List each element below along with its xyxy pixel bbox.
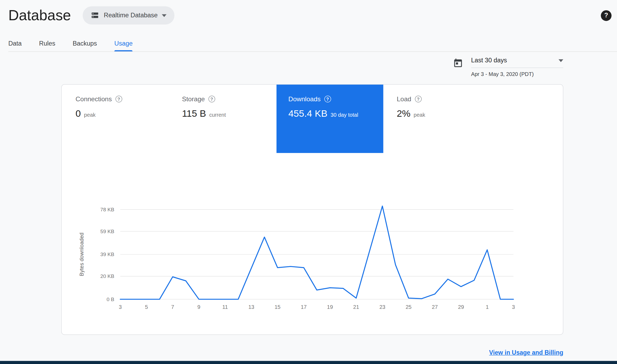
svg-text:27: 27: [432, 304, 438, 310]
tab-usage[interactable]: Usage: [114, 35, 133, 51]
metric-label: Downloads: [288, 95, 320, 103]
svg-text:15: 15: [275, 304, 281, 310]
metric-storage[interactable]: Storage ? 115 B current: [182, 84, 277, 153]
bottom-bar: [0, 361, 617, 364]
svg-text:25: 25: [406, 304, 411, 310]
database-selector[interactable]: Realtime Database: [83, 6, 175, 25]
help-icon[interactable]: ?: [601, 10, 611, 21]
svg-text:0 B: 0 B: [107, 297, 114, 302]
date-range-detail: Apr 3 - May 3, 2020 (PDT): [471, 71, 563, 77]
usage-card: Connections ? 0 peak Storage ? 115 B cur…: [61, 84, 563, 335]
metric-downloads-selected[interactable]: Downloads ? 455.4 KB 30 day total: [277, 84, 383, 153]
metric-tabs: Connections ? 0 peak Storage ? 115 B cur…: [62, 84, 563, 153]
view-usage-billing-link[interactable]: View in Usage and Billing: [489, 349, 563, 356]
metric-connections[interactable]: Connections ? 0 peak: [75, 84, 182, 153]
tab-backups[interactable]: Backups: [73, 35, 97, 51]
metric-caption: peak: [414, 112, 425, 118]
downloads-line-chart: 0 B20 KB39 KB59 KB78 KB35791113151719212…: [62, 195, 563, 315]
svg-text:23: 23: [379, 304, 385, 310]
svg-text:Bytes downloaded: Bytes downloaded: [79, 233, 85, 276]
svg-text:59 KB: 59 KB: [100, 229, 114, 234]
help-icon[interactable]: ?: [324, 96, 331, 102]
metric-label: Load: [397, 95, 411, 103]
help-icon[interactable]: ?: [415, 96, 422, 102]
metric-value: 0: [75, 108, 81, 119]
tab-bar: Data Rules Backups Usage: [8, 36, 617, 52]
svg-text:19: 19: [327, 304, 333, 310]
svg-text:39 KB: 39 KB: [100, 252, 114, 257]
chevron-down-icon: [559, 59, 563, 62]
metric-caption: current: [209, 112, 226, 118]
chart-svg: 0 B20 KB39 KB59 KB78 KB35791113151719212…: [62, 195, 563, 315]
svg-text:17: 17: [301, 304, 307, 310]
date-range-select[interactable]: Last 30 days: [471, 57, 563, 68]
date-range-values: Last 30 days Apr 3 - May 3, 2020 (PDT): [471, 57, 563, 77]
metric-caption: peak: [84, 112, 95, 118]
svg-text:29: 29: [458, 304, 464, 310]
footer-row: View in Usage and Billing: [0, 349, 563, 356]
help-icon[interactable]: ?: [209, 96, 215, 102]
svg-text:5: 5: [145, 304, 148, 310]
metric-value: 115 B: [182, 108, 206, 119]
svg-text:21: 21: [353, 304, 359, 310]
svg-text:1: 1: [486, 304, 489, 310]
date-range-picker[interactable]: Last 30 days Apr 3 - May 3, 2020 (PDT): [453, 57, 563, 77]
svg-text:9: 9: [197, 304, 200, 310]
metric-load[interactable]: Load ? 2% peak: [383, 84, 425, 153]
svg-text:3: 3: [119, 304, 122, 310]
metric-label: Connections: [75, 95, 112, 103]
metric-value: 455.4 KB: [288, 108, 327, 119]
date-range-row: Last 30 days Apr 3 - May 3, 2020 (PDT): [0, 57, 563, 77]
svg-text:7: 7: [171, 304, 174, 310]
calendar-icon: [453, 58, 463, 68]
svg-text:13: 13: [248, 304, 254, 310]
metric-label: Storage: [182, 95, 205, 103]
svg-text:3: 3: [512, 304, 515, 310]
svg-text:11: 11: [222, 304, 228, 310]
metric-caption: 30 day total: [331, 112, 358, 118]
chevron-down-icon: [162, 14, 167, 17]
metric-value: 2%: [397, 108, 410, 119]
topbar: Database Realtime Database ?: [0, 0, 617, 26]
tab-rules[interactable]: Rules: [39, 35, 55, 51]
database-selector-label: Realtime Database: [104, 12, 158, 19]
page-title: Database: [8, 7, 71, 24]
database-usage-page: Database Realtime Database ? Data Rules …: [0, 0, 617, 364]
svg-text:78 KB: 78 KB: [100, 207, 114, 212]
help-icon[interactable]: ?: [115, 96, 122, 102]
svg-text:20 KB: 20 KB: [100, 273, 114, 279]
tab-data[interactable]: Data: [8, 35, 22, 51]
date-range-preset: Last 30 days: [471, 57, 507, 64]
database-icon: [91, 11, 99, 20]
